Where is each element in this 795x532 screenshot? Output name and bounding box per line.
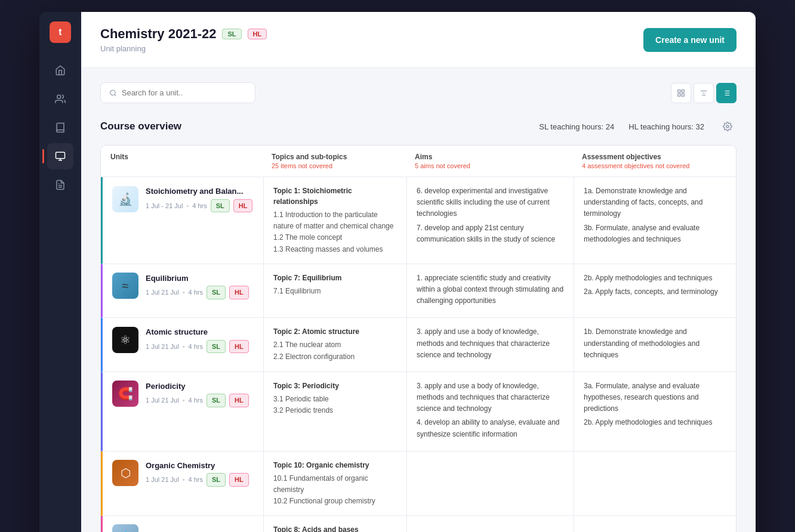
unit-name: Organic Chemistry <box>146 460 249 472</box>
unit-topics: Topic 7: Equilibrium 7.1 Equilibrium <box>264 264 407 318</box>
svg-point-6 <box>110 90 115 95</box>
svg-rect-9 <box>682 89 684 92</box>
svg-line-7 <box>115 94 116 95</box>
sidebar-item-monitor[interactable] <box>47 143 73 169</box>
table-row[interactable]: 🔬 Stoichiometry and Balan... 1 Jul - 21 … <box>101 177 736 264</box>
unit-assessment: 1b. Demonstrate knowledge and understand… <box>574 318 736 372</box>
sidebar-item-book[interactable] <box>47 115 73 141</box>
col-units: Units <box>101 146 262 177</box>
units-table: Units Topics and sub-topics 25 items not… <box>100 145 737 532</box>
teaching-hours: SL teaching hours: 24 HL teaching hours:… <box>539 117 737 135</box>
sidebar-item-notes[interactable] <box>47 172 73 198</box>
unit-topics: Topic 8: Acids and bases <box>264 516 407 532</box>
badge-hl: HL <box>233 199 253 213</box>
unit-meta: 1 Jul 21 Jul •4 hrs SLHL <box>146 286 249 299</box>
create-unit-button[interactable]: Create a new unit <box>643 28 737 52</box>
col-topics: Topics and sub-topics 25 items not cover… <box>262 146 405 177</box>
unit-thumbnail: ⚛ <box>112 327 138 353</box>
search-icon <box>109 89 117 97</box>
page-title: Chemistry 2021-22 <box>100 26 216 42</box>
topic-subs: 10.1 Fundamentals of organic chemistry10… <box>273 473 397 508</box>
search-input[interactable] <box>122 88 246 97</box>
badge-sl: SL <box>207 286 226 299</box>
unit-thumbnail: 🔬 <box>112 186 138 212</box>
unit-thumbnail: ≈ <box>112 273 138 299</box>
sidebar-nav <box>39 57 81 532</box>
table-row[interactable]: 🧲 Periodicity 1 Jul 21 Jul •4 hrs SLHL T… <box>101 372 736 451</box>
page-subtitle: Unit planning <box>100 44 267 53</box>
badge-sl: SL <box>211 199 230 213</box>
table-row[interactable]: ⚛ Atomic structure 1 Jul 21 Jul •4 hrs S… <box>101 318 736 372</box>
filter-view-button[interactable] <box>694 83 714 103</box>
unit-topics: Topic 10: Organic chemistry 10.1 Fundame… <box>264 451 407 516</box>
badge-hl: HL <box>229 286 249 299</box>
unit-cell: 🔬 Stoichiometry and Balan... 1 Jul - 21 … <box>103 177 264 264</box>
unit-cell: ≈ Equilibrium 1 Jul 21 Jul •4 hrs SLHL <box>103 264 264 318</box>
svg-point-0 <box>57 95 61 98</box>
unit-topics: Topic 1: Stoichiometric relationships 1.… <box>264 177 407 264</box>
unit-name: Atomic structure <box>146 326 249 338</box>
page-header: Chemistry 2021-22 SL HL Unit planning Cr… <box>81 12 756 68</box>
topic-title: Topic 1: Stoichiometric relationships <box>273 185 397 207</box>
unit-meta: 1 Jul 21 Jul •4 hrs SLHL <box>146 473 249 487</box>
list-view-button[interactable] <box>716 83 737 103</box>
topic-title: Topic 2: Atomic structure <box>273 326 397 337</box>
unit-assessment <box>574 516 736 532</box>
table-header: Units Topics and sub-topics 25 items not… <box>101 146 736 177</box>
table-row[interactable]: ⬡ Organic Chemistry 1 Jul 21 Jul •4 hrs … <box>101 451 736 516</box>
search-box <box>100 82 255 103</box>
unit-name: Equilibrium <box>146 273 249 284</box>
badge-sl: SL <box>207 394 226 407</box>
table-row[interactable]: ≈ Equilibrium 1 Jul 21 Jul •4 hrs SLHL T… <box>101 264 736 318</box>
topic-subs: 2.1 The nuclear atom2.2 Electron configu… <box>273 339 397 362</box>
badge-hl: HL <box>229 340 249 354</box>
sidebar-item-users[interactable] <box>47 86 73 112</box>
unit-cell: 🧲 Periodicity 1 Jul 21 Jul •4 hrs SLHL <box>103 372 264 451</box>
topic-subs: 3.1 Periodic table3.2 Periodic trends <box>273 394 397 416</box>
topic-title: Topic 8: Acids and bases <box>273 524 397 532</box>
table-row[interactable]: 💧 Acids and Bases - Unit 1 Topic 8: Acid… <box>101 516 736 532</box>
unit-name: Periodicity <box>146 381 249 392</box>
unit-aims: 3. apply and use a body of knowledge, me… <box>407 318 574 372</box>
unit-thumbnail: 💧 <box>112 524 138 532</box>
unit-assessment <box>574 451 736 516</box>
unit-cell: ⚛ Atomic structure 1 Jul 21 Jul •4 hrs S… <box>103 318 264 372</box>
unit-info: Stoichiometry and Balan... 1 Jul - 21 Ju… <box>146 185 252 212</box>
topic-title: Topic 3: Periodicity <box>273 381 397 391</box>
unit-meta: 1 Jul 21 Jul •4 hrs SLHL <box>146 394 249 407</box>
unit-cell: ⬡ Organic Chemistry 1 Jul 21 Jul •4 hrs … <box>103 451 264 516</box>
course-overview-header: Course overview SL teaching hours: 24 HL… <box>100 117 737 135</box>
badge-hl: HL <box>229 394 249 407</box>
unit-aims: 6. develop experimental and investigativ… <box>407 177 574 264</box>
view-controls <box>671 83 737 103</box>
topic-title: Topic 7: Equilibrium <box>273 273 397 283</box>
topic-subs: 1.1 Introduction to the particulate natu… <box>273 209 397 255</box>
unit-assessment: 2b. Apply methodologies and techniques2a… <box>574 264 736 318</box>
unit-thumbnail: ⬡ <box>112 460 138 486</box>
topic-subs: 7.1 Equilibrium <box>273 286 397 297</box>
svg-rect-10 <box>678 94 680 96</box>
main-content: Chemistry 2021-22 SL HL Unit planning Cr… <box>81 12 756 532</box>
unit-info: Periodicity 1 Jul 21 Jul •4 hrs SLHL <box>146 381 249 407</box>
svg-rect-11 <box>682 94 684 96</box>
svg-rect-1 <box>56 152 65 159</box>
sidebar-item-home[interactable] <box>47 57 73 83</box>
header-title-row: Chemistry 2021-22 SL HL <box>100 26 267 42</box>
unit-topics: Topic 3: Periodicity 3.1 Periodic table3… <box>264 372 407 451</box>
unit-info: Atomic structure 1 Jul 21 Jul •4 hrs SLH… <box>146 326 249 353</box>
table-body: 🔬 Stoichiometry and Balan... 1 Jul - 21 … <box>101 177 736 532</box>
badge-hl[interactable]: HL <box>248 29 267 39</box>
col-aims: Aims 5 aims not covered <box>405 146 572 177</box>
sidebar: t <box>39 12 81 532</box>
sl-hours: SL teaching hours: 24 <box>539 122 614 131</box>
unit-topics: Topic 2: Atomic structure 2.1 The nuclea… <box>264 318 407 372</box>
unit-aims <box>407 451 574 516</box>
grid-view-button[interactable] <box>671 83 691 103</box>
badge-sl[interactable]: SL <box>222 29 241 39</box>
settings-icon[interactable] <box>719 117 737 135</box>
topic-title: Topic 10: Organic chemistry <box>273 460 397 471</box>
app-wrapper: t <box>39 12 756 532</box>
unit-aims <box>407 516 574 532</box>
app-logo[interactable]: t <box>50 21 71 43</box>
svg-rect-8 <box>678 89 680 92</box>
